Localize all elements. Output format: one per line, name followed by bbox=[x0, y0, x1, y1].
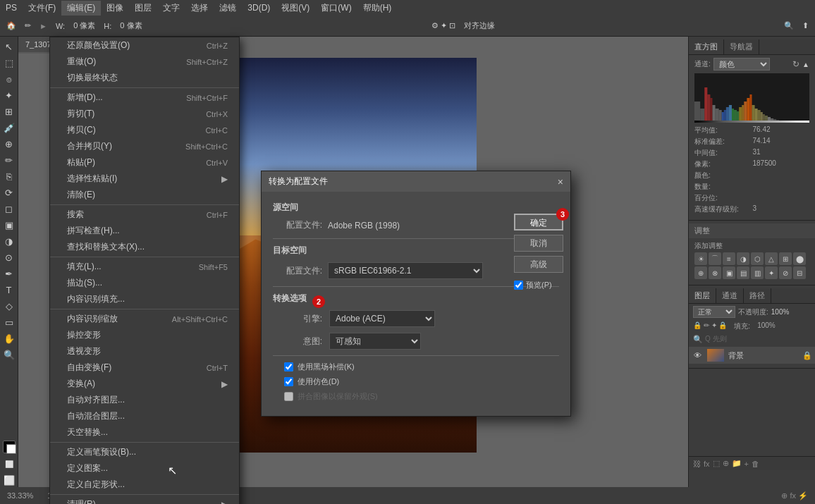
menu-redo[interactable]: 重做(O) Shift+Ctrl+Z bbox=[50, 54, 239, 70]
dialog-preview-checkbox[interactable] bbox=[514, 281, 523, 290]
black-point-checkbox[interactable] bbox=[284, 362, 293, 371]
toolbar-extra[interactable]: ► bbox=[37, 20, 50, 32]
menu-define-brush[interactable]: 定义画笔预设(B)... bbox=[50, 444, 239, 460]
menu-content-fill[interactable]: 内容识别填充... bbox=[50, 291, 239, 307]
toolbar-h-value[interactable]: 0 像素 bbox=[117, 19, 145, 32]
menu-findreplace[interactable]: 查找和替换文本(X)... bbox=[50, 239, 239, 255]
menu-auto-align[interactable]: 自动对齐图层... bbox=[50, 392, 239, 408]
menu-3d[interactable]: 3D(D) bbox=[242, 1, 276, 14]
layer-group-icon[interactable]: 📁 bbox=[732, 459, 742, 468]
menu-help[interactable]: 帮助(H) bbox=[357, 1, 398, 16]
menu-type[interactable]: 文字 bbox=[157, 1, 185, 16]
toolbar-w-value[interactable]: 0 像素 bbox=[71, 19, 98, 32]
dialog-cancel-button[interactable]: 取消 bbox=[514, 235, 563, 252]
delete-layer-icon[interactable]: 🗑 bbox=[752, 460, 759, 468]
adjust-colorbalance[interactable]: ⊞ bbox=[779, 252, 792, 265]
adjust-threshold[interactable]: ▥ bbox=[751, 266, 764, 279]
menu-merge-copy[interactable]: 合并拷贝(Y) Shift+Ctrl+C bbox=[50, 138, 239, 154]
menu-view[interactable]: 视图(V) bbox=[276, 1, 315, 16]
blend-mode-select[interactable]: 正常 bbox=[693, 306, 735, 318]
status-zoom[interactable]: 33.33% bbox=[7, 491, 33, 500]
menu-layer[interactable]: 图层 bbox=[129, 1, 157, 16]
tool-pen[interactable]: ✒ bbox=[2, 266, 16, 281]
refresh-icon[interactable]: ↻ bbox=[792, 59, 799, 69]
intent-select[interactable]: 可感知 bbox=[329, 333, 421, 350]
adjust-selectivecolor[interactable]: ✦ bbox=[765, 266, 778, 279]
toolbar-search[interactable]: 🔍 bbox=[781, 20, 797, 32]
tool-eraser[interactable]: ◻ bbox=[2, 202, 16, 216]
menu-stroke[interactable]: 描边(S)... bbox=[50, 275, 239, 291]
tool-zoom[interactable]: 🔍 bbox=[2, 348, 16, 362]
tab-layers[interactable]: 图层 bbox=[689, 288, 716, 303]
menu-transform[interactable]: 变换(A) ▶ bbox=[50, 376, 239, 392]
adjust-bw[interactable]: ⬤ bbox=[793, 252, 806, 265]
adjust-colorgrd[interactable]: ▣ bbox=[723, 266, 735, 279]
menu-define-shape[interactable]: 定义自定形状... bbox=[50, 477, 239, 493]
tool-clone[interactable]: ⎘ bbox=[2, 169, 16, 183]
menu-sky-replace[interactable]: 天空替换... bbox=[50, 424, 239, 441]
menu-content-scale[interactable]: 内容识别缩放 Alt+Shift+Ctrl+C bbox=[50, 311, 239, 327]
tool-dodge[interactable]: ⊙ bbox=[2, 250, 16, 264]
menu-puppet-warp[interactable]: 操控变形 bbox=[50, 327, 239, 343]
tab-histogram[interactable]: 直方图 bbox=[689, 39, 724, 54]
tool-gradient[interactable]: ▣ bbox=[2, 218, 16, 232]
adjust-levels[interactable]: ≡ bbox=[723, 252, 735, 265]
tool-magic[interactable]: ✦ bbox=[2, 88, 16, 102]
engine-select[interactable]: Adobe (ACE) bbox=[329, 310, 435, 327]
menu-select[interactable]: 选择 bbox=[185, 1, 214, 16]
menu-free-transform[interactable]: 自由变换(F) Ctrl+T bbox=[50, 359, 239, 376]
adjust-vibrance[interactable]: ⬡ bbox=[751, 252, 764, 265]
channel-select[interactable]: 颜色 bbox=[713, 58, 770, 70]
menu-cut[interactable]: 剪切(T) Ctrl+X bbox=[50, 106, 239, 122]
menu-fill[interactable]: 填充(L)... Shift+F5 bbox=[50, 259, 239, 275]
adjust-exposure[interactable]: ◑ bbox=[737, 252, 749, 265]
toolbar-share[interactable]: ⬆ bbox=[799, 20, 811, 32]
adjust-photofilter[interactable]: ⊕ bbox=[694, 266, 707, 279]
search-icon[interactable]: 🔍 bbox=[693, 335, 703, 344]
tab-channels[interactable]: 通道 bbox=[716, 288, 744, 303]
target-profile-select[interactable]: sRGB IEC61966-2.1 bbox=[328, 262, 483, 279]
adjustment-layer-icon[interactable]: ⊕ bbox=[723, 459, 729, 468]
menu-perspective-warp[interactable]: 透视变形 bbox=[50, 343, 239, 359]
tool-heal[interactable]: ⊕ bbox=[2, 137, 16, 151]
dialog-close-button[interactable]: × bbox=[558, 176, 563, 188]
adjust-invert[interactable]: ⊘ bbox=[779, 266, 792, 279]
tool-brush[interactable]: ✏ bbox=[2, 153, 16, 167]
tool-text[interactable]: T bbox=[2, 283, 16, 297]
menu-edit[interactable]: 编辑(E) bbox=[61, 1, 101, 16]
menu-spellcheck[interactable]: 拼写检查(H)... bbox=[50, 223, 239, 239]
add-style-icon[interactable]: fx bbox=[704, 460, 710, 468]
menu-file[interactable]: 文件(F) bbox=[23, 1, 61, 16]
adjust-channelmix[interactable]: ⊗ bbox=[709, 266, 721, 279]
tool-path[interactable]: ◇ bbox=[2, 299, 16, 313]
tool-screen-mode[interactable]: ⬜ bbox=[2, 473, 16, 487]
adjust-posterize[interactable]: ▤ bbox=[737, 266, 749, 279]
menu-copy[interactable]: 拷贝(C) Ctrl+C bbox=[50, 122, 239, 138]
adjust-hsl[interactable]: △ bbox=[765, 252, 778, 265]
toolbar-brush[interactable]: ✏ bbox=[22, 20, 34, 32]
menu-define-pattern[interactable]: 定义图案... bbox=[50, 460, 239, 477]
menu-window[interactable]: 窗口(W) bbox=[315, 1, 357, 16]
menu-paste[interactable]: 粘贴(P) Ctrl+V bbox=[50, 154, 239, 171]
tab-navigator[interactable]: 导航器 bbox=[724, 39, 759, 54]
layer-visibility-eye[interactable]: 👁 bbox=[692, 350, 703, 361]
tool-foreground-color[interactable] bbox=[3, 441, 16, 453]
tool-history[interactable]: ⟳ bbox=[2, 185, 16, 199]
fill-value[interactable]: 100% bbox=[757, 321, 776, 331]
opacity-value[interactable]: 100% bbox=[771, 308, 790, 316]
adjust-gradient[interactable]: ⊟ bbox=[793, 266, 806, 279]
link-layers-icon[interactable]: ⛓ bbox=[693, 460, 701, 468]
adjust-brightness[interactable]: ☀ bbox=[694, 252, 707, 265]
tool-lasso[interactable]: ⌾ bbox=[2, 72, 16, 86]
menu-clear[interactable]: 清除(E) bbox=[50, 187, 239, 203]
toolbar-align[interactable]: 对齐边缘 bbox=[461, 19, 498, 32]
tool-eyedrop[interactable]: 💉 bbox=[2, 121, 16, 135]
menu-undo[interactable]: 还原颜色设置(O) Ctrl+Z bbox=[50, 37, 239, 54]
menu-toggle-state[interactable]: 切换最终状态 bbox=[50, 70, 239, 86]
tool-shape[interactable]: ▭ bbox=[2, 315, 16, 329]
tool-hand[interactable]: ✋ bbox=[2, 331, 16, 345]
menu-paste-special[interactable]: 选择性粘贴(I) ▶ bbox=[50, 171, 239, 187]
new-layer-icon[interactable]: + bbox=[744, 460, 749, 468]
add-mask-icon[interactable]: ⬚ bbox=[713, 459, 720, 468]
menu-filter[interactable]: 滤镜 bbox=[214, 1, 242, 16]
